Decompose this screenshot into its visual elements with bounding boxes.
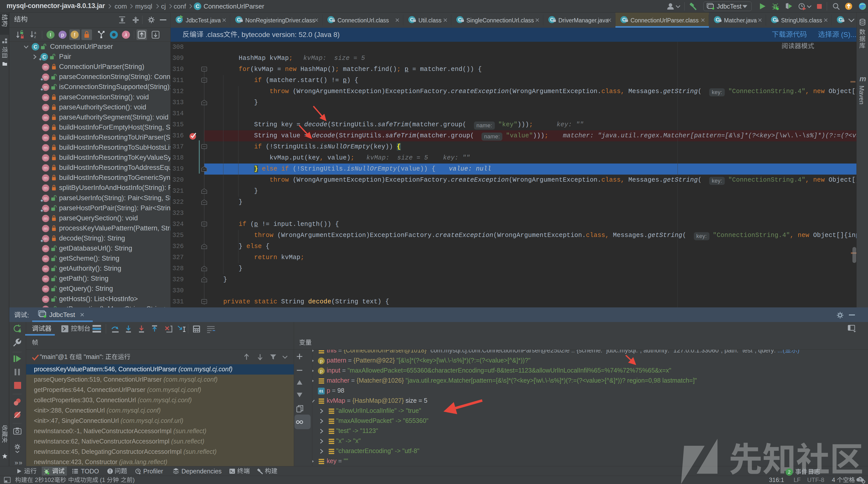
- svg-text:a: a: [34, 31, 36, 35]
- svg-text:z: z: [34, 35, 36, 39]
